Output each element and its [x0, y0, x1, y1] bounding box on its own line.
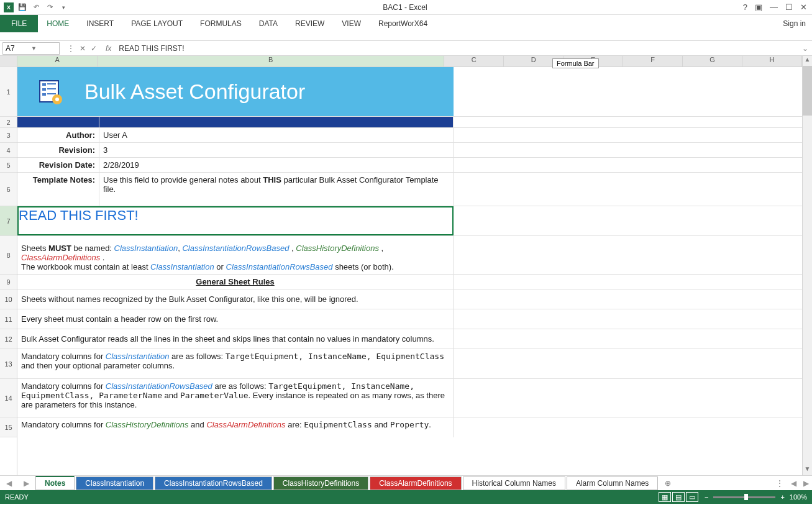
col-header[interactable]: A	[17, 56, 98, 66]
undo-icon[interactable]: ↶	[31, 2, 41, 12]
page-break-view-icon[interactable]: ▭	[686, 492, 698, 502]
sheet-tab-notes[interactable]: Notes	[35, 476, 75, 490]
scrollbar-thumb[interactable]	[803, 66, 812, 116]
separator-icon: ⋮	[67, 44, 75, 53]
row-header[interactable]: 5	[0, 158, 17, 173]
select-all-corner[interactable]	[0, 56, 17, 67]
zoom-out-icon[interactable]: −	[705, 493, 708, 501]
cancel-icon[interactable]: ✕	[80, 44, 86, 53]
zoom-in-icon[interactable]: +	[780, 493, 784, 501]
tab-review[interactable]: REVIEW	[286, 15, 333, 32]
revision-date-value[interactable]: 2/28/2019	[99, 158, 454, 172]
maximize-icon[interactable]: ☐	[785, 2, 793, 12]
sheet-tab-cirb[interactable]: ClassInstantiationRowsBased	[155, 476, 272, 490]
minimize-icon[interactable]: ―	[770, 2, 778, 12]
sheet-tab-hcn[interactable]: Historical Column Names	[463, 476, 565, 490]
sign-in-link[interactable]: Sign in	[777, 19, 812, 28]
col-header[interactable]: G	[683, 56, 742, 66]
mandatory-cols-cirb[interactable]: Mandatory columns for ClassInstantiation…	[17, 379, 454, 417]
tab-reportworx[interactable]: ReportWorX64	[370, 15, 436, 32]
mandatory-cols-ci[interactable]: Mandatory columns for ClassInstantiation…	[17, 349, 454, 378]
tab-view[interactable]: VIEW	[333, 15, 370, 32]
hscroll-left-icon[interactable]: ◀	[787, 479, 800, 488]
tab-home[interactable]: HOME	[38, 15, 78, 32]
row-header[interactable]: 13	[0, 349, 17, 379]
formula-expand-icon[interactable]: ⌄	[798, 44, 812, 53]
status-text: READY	[5, 493, 659, 501]
row-header[interactable]: 15	[0, 417, 17, 437]
zoom-level[interactable]: 100%	[790, 493, 807, 501]
row-header[interactable]: 12	[0, 329, 17, 349]
col-header[interactable]: H	[742, 56, 802, 66]
row-header[interactable]: 4	[0, 143, 17, 158]
sheet-tab-acn[interactable]: Alarm Column Names	[567, 476, 658, 490]
name-box[interactable]: A7 ▼	[2, 42, 60, 55]
author-label: Author:	[17, 128, 99, 142]
zoom-slider[interactable]	[713, 496, 775, 498]
author-value[interactable]: User A	[99, 128, 454, 142]
formula-bar-row: A7 ▼ ⋮ ✕ ✓ fx READ THIS FIRST! ⌄	[0, 41, 812, 56]
window-controls: ? ▣ ― ☐ ✕	[738, 2, 812, 12]
column-headers: A B C D E F G H	[17, 56, 802, 67]
template-notes-label: Template Notes:	[17, 173, 99, 206]
general-rules-heading: General Sheet Rules	[196, 277, 274, 286]
sheet-nav-next-icon[interactable]: ▶	[17, 479, 35, 488]
row-header[interactable]: 6	[0, 173, 17, 206]
col-header[interactable]: C	[444, 56, 504, 66]
redo-icon[interactable]: ↷	[45, 2, 55, 12]
fx-icon[interactable]: fx	[102, 44, 115, 53]
revision-value[interactable]: 3	[99, 143, 454, 157]
sheet-tab-ci[interactable]: ClassInstantiation	[76, 476, 153, 490]
row-header[interactable]: 7	[0, 206, 17, 236]
tab-insert[interactable]: INSERT	[78, 15, 122, 32]
col-header[interactable]: B	[98, 56, 444, 66]
sheet-tab-chd[interactable]: ClassHistoryDefinitions	[273, 476, 368, 490]
scroll-up-icon[interactable]: ▲	[803, 56, 812, 66]
row-header[interactable]: 1	[0, 67, 17, 117]
qat-dropdown-icon[interactable]: ▾	[58, 2, 68, 12]
ribbon-body	[0, 32, 812, 41]
tab-data[interactable]: DATA	[250, 15, 286, 32]
rule-text[interactable]: Sheets without names recognized by the B…	[17, 289, 454, 309]
row-header[interactable]: 14	[0, 379, 17, 417]
row-header[interactable]: 3	[0, 128, 17, 143]
save-icon[interactable]: 💾	[17, 2, 27, 12]
scroll-down-icon[interactable]: ▼	[803, 465, 812, 475]
read-this-first-cell[interactable]: READ THIS FIRST!	[17, 206, 454, 235]
sheet-more-icon[interactable]: ⋮	[772, 479, 787, 488]
vertical-scrollbar[interactable]: ▲ ▼	[802, 56, 812, 475]
rule-text[interactable]: Every sheet must contain a header row on…	[17, 309, 454, 329]
rule-text[interactable]: Bulk Asset Configurator reads all the li…	[17, 329, 454, 349]
row-header[interactable]: 2	[0, 117, 17, 128]
row-header[interactable]: 9	[0, 275, 17, 289]
hscroll-right-icon[interactable]: ▶	[800, 479, 812, 488]
tab-formulas[interactable]: FORMULAS	[191, 15, 250, 32]
sheet-nav-prev-icon[interactable]: ◀	[0, 479, 17, 488]
name-box-dropdown-icon[interactable]: ▼	[31, 45, 57, 52]
mandatory-cols-chd-cad[interactable]: Mandatory columns for ClassHistoryDefini…	[17, 417, 454, 437]
row-header[interactable]: 11	[0, 309, 17, 329]
status-bar: READY ▦ ▤ ▭ − + 100%	[0, 490, 812, 504]
help-icon[interactable]: ?	[743, 2, 747, 12]
excel-icon: X	[4, 2, 14, 12]
tab-page-layout[interactable]: PAGE LAYOUT	[122, 15, 191, 32]
grid-body: A B C D E F G H Bulk Asset Configurator …	[17, 56, 802, 475]
ribbon-tabs: FILE HOME INSERT PAGE LAYOUT FORMULAS DA…	[0, 15, 812, 32]
row-header[interactable]: 10	[0, 289, 17, 309]
add-sheet-icon[interactable]: ⊕	[659, 479, 677, 488]
sheet-naming-rules[interactable]: Sheets MUST be named: ClassInstantiation…	[17, 236, 454, 274]
zoom-knob[interactable]	[744, 494, 748, 500]
file-tab[interactable]: FILE	[0, 15, 38, 32]
formula-input[interactable]: READ THIS FIRST!	[115, 44, 798, 53]
row-header[interactable]: 8	[0, 236, 17, 275]
page-layout-view-icon[interactable]: ▤	[672, 492, 685, 502]
close-icon[interactable]: ✕	[800, 2, 807, 12]
enter-icon[interactable]: ✓	[91, 44, 97, 53]
ribbon-display-icon[interactable]: ▣	[755, 2, 762, 12]
view-buttons: ▦ ▤ ▭	[659, 492, 698, 502]
normal-view-icon[interactable]: ▦	[659, 492, 671, 502]
col-header[interactable]: F	[623, 56, 683, 66]
sheet-tab-cad[interactable]: ClassAlarmDefinitions	[370, 476, 461, 490]
template-notes-value[interactable]: Use this field to provide general notes …	[99, 173, 454, 206]
svg-rect-4	[47, 88, 56, 89]
